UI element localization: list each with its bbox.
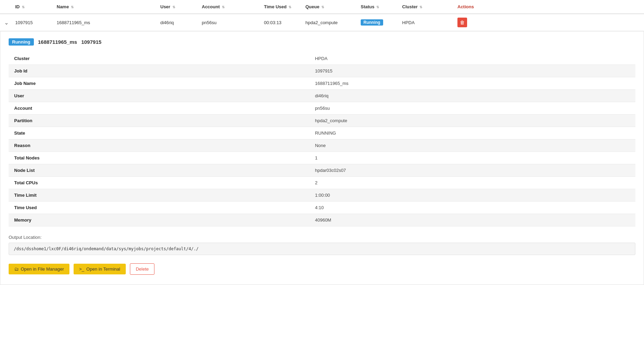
detail-row: Time Used4:10 bbox=[9, 202, 635, 214]
cell-id: 1097915 bbox=[12, 17, 54, 29]
output-section: Output Location: /dss/dsshome1/lxc0F/di4… bbox=[9, 235, 635, 255]
cell-status: Running bbox=[358, 16, 399, 29]
detail-label: Total Nodes bbox=[9, 152, 310, 164]
detail-label: Memory bbox=[9, 214, 310, 226]
col-user[interactable]: User ⇅ bbox=[158, 3, 199, 11]
detail-value: di46riq bbox=[310, 90, 635, 102]
cell-actions: 🗑 bbox=[455, 14, 510, 31]
col-queue[interactable]: Queue ⇅ bbox=[303, 3, 358, 11]
output-label: Output Location: bbox=[9, 235, 635, 240]
col-name[interactable]: Name ⇅ bbox=[54, 3, 158, 11]
open-file-manager-button[interactable]: 🗂 Open in File Manager bbox=[9, 264, 69, 274]
detail-label: Partition bbox=[9, 115, 310, 127]
col-id[interactable]: ID ⇅ bbox=[12, 3, 54, 11]
col-cluster[interactable]: Cluster ⇅ bbox=[399, 3, 455, 11]
col-time-used[interactable]: Time Used ⇅ bbox=[261, 3, 303, 11]
panel-header: Running 1688711965_ms 1097915 bbox=[9, 38, 635, 46]
expand-cell[interactable]: ⌄ bbox=[0, 18, 12, 27]
cell-account: pn56su bbox=[199, 17, 261, 29]
detail-value: HPDA bbox=[310, 52, 635, 65]
cell-cluster: HPDA bbox=[399, 17, 455, 29]
detail-row: ClusterHPDA bbox=[9, 52, 635, 65]
expanded-panel: Running 1688711965_ms 1097915 ClusterHPD… bbox=[0, 31, 644, 285]
detail-value: 1:00:00 bbox=[310, 189, 635, 202]
sort-icon-account: ⇅ bbox=[222, 5, 225, 9]
detail-row: Node Listhpdar03c02s07 bbox=[9, 164, 635, 177]
detail-label: Node List bbox=[9, 164, 310, 177]
detail-label: Total CPUs bbox=[9, 177, 310, 189]
detail-label: User bbox=[9, 90, 310, 102]
detail-label: Cluster bbox=[9, 52, 310, 65]
detail-value: 40960M bbox=[310, 214, 635, 226]
table-row: ⌄ 1097915 1688711965_ms di46riq pn56su 0… bbox=[0, 14, 644, 31]
panel-status-badge: Running bbox=[9, 38, 34, 46]
detail-value: 1688711965_ms bbox=[310, 77, 635, 90]
detail-row: Userdi46riq bbox=[9, 90, 635, 102]
detail-value: None bbox=[310, 139, 635, 152]
detail-label: Reason bbox=[9, 139, 310, 152]
detail-label: State bbox=[9, 127, 310, 139]
detail-value: hpdar03c02s07 bbox=[310, 164, 635, 177]
detail-row: Job Name1688711965_ms bbox=[9, 77, 635, 90]
detail-label: Time Used bbox=[9, 202, 310, 214]
sort-icon-cluster: ⇅ bbox=[419, 5, 422, 9]
detail-row: Memory40960M bbox=[9, 214, 635, 226]
table-header: ID ⇅ Name ⇅ User ⇅ Account ⇅ Time Used ⇅… bbox=[0, 0, 644, 14]
folder-icon: 🗂 bbox=[14, 266, 19, 272]
detail-value: 2 bbox=[310, 177, 635, 189]
col-status[interactable]: Status ⇅ bbox=[358, 3, 399, 11]
col-actions: Actions bbox=[455, 3, 510, 11]
detail-value: RUNNING bbox=[310, 127, 635, 139]
detail-row: Job Id1097915 bbox=[9, 65, 635, 77]
detail-label: Account bbox=[9, 102, 310, 115]
panel-job-id: 1097915 bbox=[81, 39, 101, 45]
col-account[interactable]: Account ⇅ bbox=[199, 3, 261, 11]
details-table: ClusterHPDAJob Id1097915Job Name16887119… bbox=[9, 52, 635, 226]
sort-icon-queue: ⇅ bbox=[321, 5, 324, 9]
detail-row: ReasonNone bbox=[9, 139, 635, 152]
detail-value: pn56su bbox=[310, 102, 635, 115]
cell-queue: hpda2_compute bbox=[303, 17, 358, 29]
detail-label: Job Name bbox=[9, 77, 310, 90]
detail-value: 1097915 bbox=[310, 65, 635, 77]
detail-label: Job Id bbox=[9, 65, 310, 77]
detail-value: 4:10 bbox=[310, 202, 635, 214]
cell-user: di46riq bbox=[158, 17, 199, 29]
trash-icon: 🗑 bbox=[460, 20, 465, 25]
sort-icon-user: ⇅ bbox=[172, 5, 175, 9]
panel-delete-button[interactable]: Delete bbox=[130, 263, 155, 275]
detail-row: Time Limit1:00:00 bbox=[9, 189, 635, 202]
detail-row: Total Nodes1 bbox=[9, 152, 635, 164]
detail-value: 1 bbox=[310, 152, 635, 164]
action-buttons: 🗂 Open in File Manager >_ Open in Termin… bbox=[9, 263, 635, 275]
terminal-icon: >_ bbox=[79, 266, 84, 272]
detail-row: Accountpn56su bbox=[9, 102, 635, 115]
panel-job-name: 1688711965_ms bbox=[38, 39, 77, 45]
row-delete-button[interactable]: 🗑 bbox=[457, 18, 467, 27]
cell-time-used: 00:03:13 bbox=[261, 17, 303, 29]
detail-row: Total CPUs2 bbox=[9, 177, 635, 189]
detail-row: StateRUNNING bbox=[9, 127, 635, 139]
sort-icon-id: ⇅ bbox=[22, 5, 25, 9]
expand-button[interactable]: ⌄ bbox=[1, 18, 11, 27]
detail-value: hpda2_compute bbox=[310, 115, 635, 127]
detail-label: Time Limit bbox=[9, 189, 310, 202]
sort-icon-status: ⇅ bbox=[376, 5, 379, 9]
output-path: /dss/dsshome1/lxc0F/di46riq/ondemand/dat… bbox=[9, 243, 635, 255]
open-terminal-button[interactable]: >_ Open in Terminal bbox=[74, 264, 126, 274]
sort-icon-time-used: ⇅ bbox=[288, 5, 291, 9]
status-badge: Running bbox=[361, 19, 383, 26]
sort-icon-name: ⇅ bbox=[71, 5, 74, 9]
detail-row: Partitionhpda2_compute bbox=[9, 115, 635, 127]
cell-name: 1688711965_ms bbox=[54, 17, 158, 29]
